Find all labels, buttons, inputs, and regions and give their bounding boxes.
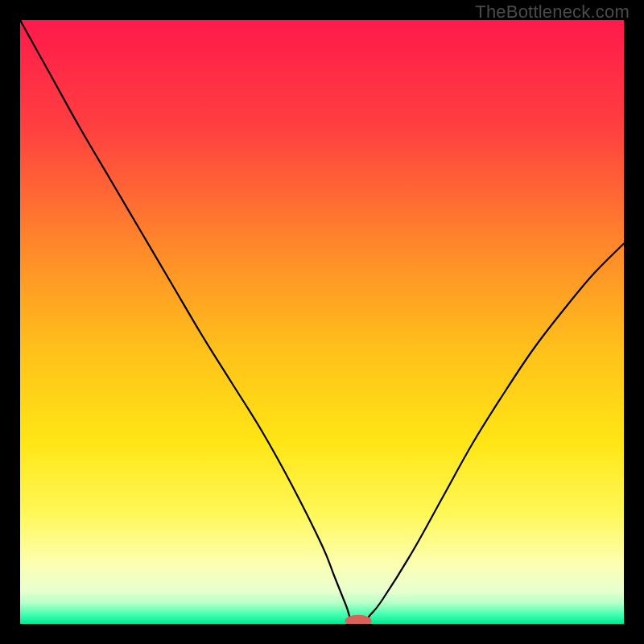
watermark-text: TheBottleneck.com: [475, 2, 630, 23]
chart-frame: TheBottleneck.com: [0, 0, 644, 644]
gradient-background: [20, 20, 624, 624]
bottleneck-chart: [20, 20, 624, 624]
